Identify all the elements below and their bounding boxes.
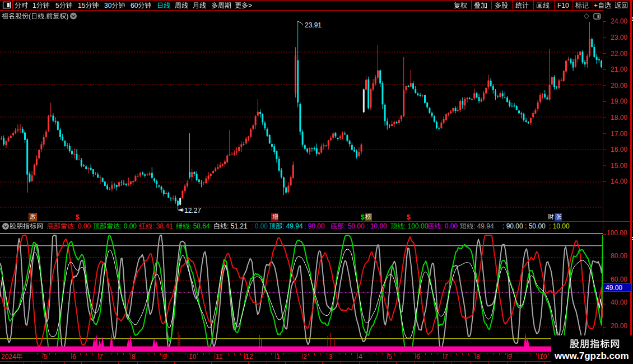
svg-text:$: $ — [76, 213, 80, 221]
svg-text:22.00: 22.00 — [611, 50, 627, 58]
svg-text:6: 6 — [72, 353, 76, 361]
svg-text:16.00: 16.00 — [611, 146, 627, 153]
svg-text:80.00: 80.00 — [611, 252, 627, 260]
svg-text:60.00: 60.00 — [611, 276, 627, 283]
svg-text:8: 8 — [132, 353, 136, 361]
svg-text:60: 60 — [131, 2, 138, 10]
svg-text:: 50.00 : 10.00: : 50.00 : 10.00 — [344, 222, 387, 230]
svg-text:30: 30 — [104, 2, 112, 10]
svg-text:: 0.00: : 0.00 — [441, 222, 458, 230]
svg-text:100.00: 100.00 — [607, 229, 627, 237]
svg-text:6: 6 — [416, 353, 420, 361]
svg-text:: 51.21: : 51.21 — [227, 222, 248, 230]
svg-text:$: $ — [361, 213, 365, 221]
svg-text:1: 1 — [32, 2, 36, 10]
svg-text:2024: 2024 — [1, 353, 16, 361]
svg-text:17.00: 17.00 — [611, 130, 627, 138]
svg-text:.: . — [44, 12, 46, 20]
svg-text:: 49.94: : 49.94 — [473, 222, 494, 230]
svg-text:12: 12 — [245, 353, 253, 361]
svg-text:: 38.41: : 38.41 — [152, 222, 173, 230]
svg-text:8: 8 — [476, 353, 480, 361]
svg-text:10: 10 — [539, 353, 547, 361]
svg-text:: 58.64: : 58.64 — [189, 222, 210, 230]
svg-text:40.00: 40.00 — [611, 298, 627, 306]
svg-text:5: 5 — [55, 2, 59, 10]
svg-text:23.00: 23.00 — [611, 34, 627, 41]
svg-text:: 100.00: : 100.00 — [404, 222, 429, 230]
svg-text:+: + — [594, 2, 598, 10]
svg-text:12.27: 12.27 — [184, 207, 201, 214]
svg-text:: 0.00: : 0.00 — [120, 222, 137, 230]
svg-text:24.00: 24.00 — [611, 17, 627, 25]
svg-text:4: 4 — [359, 353, 362, 361]
svg-text:>: > — [248, 2, 252, 10]
svg-text:7: 7 — [99, 353, 103, 361]
svg-text:20.00: 20.00 — [611, 322, 627, 330]
svg-text:www.7gpzb.com: www.7gpzb.com — [554, 351, 629, 361]
svg-text:5: 5 — [44, 353, 48, 361]
svg-text:7: 7 — [444, 353, 448, 361]
svg-text:(: ( — [29, 12, 31, 20]
svg-text:$: $ — [407, 213, 411, 221]
svg-text:: 10.00: : 10.00 — [549, 222, 570, 230]
svg-text:: 90.00: : 90.00 — [304, 222, 325, 230]
svg-text:49.00: 49.00 — [606, 284, 622, 292]
svg-text:): ) — [66, 12, 68, 20]
svg-text:: 49.94: : 49.94 — [282, 222, 303, 230]
svg-text:18.00: 18.00 — [611, 114, 627, 122]
svg-text:14.00: 14.00 — [611, 178, 627, 185]
svg-text:: 0.00: : 0.00 — [74, 222, 91, 230]
svg-text:20.00: 20.00 — [611, 82, 627, 90]
svg-text:1: 1 — [276, 353, 280, 361]
svg-text:21.00: 21.00 — [611, 66, 627, 73]
svg-text:23.91: 23.91 — [305, 21, 322, 29]
svg-text:F10: F10 — [557, 2, 569, 10]
svg-text:10: 10 — [189, 353, 197, 361]
svg-text:5: 5 — [388, 353, 392, 361]
svg-text:9: 9 — [163, 353, 167, 361]
svg-text:15.00: 15.00 — [611, 162, 627, 170]
svg-text:: 90.00 : 50.00: : 90.00 : 50.00 — [502, 222, 546, 230]
svg-text:19.00: 19.00 — [611, 97, 627, 105]
svg-text:3: 3 — [329, 353, 333, 361]
svg-text:15: 15 — [78, 2, 86, 10]
svg-text:: 0.00: : 0.00 — [251, 222, 268, 230]
svg-text:2: 2 — [303, 353, 307, 361]
svg-text:11: 11 — [216, 353, 223, 361]
svg-text:9: 9 — [508, 353, 512, 361]
